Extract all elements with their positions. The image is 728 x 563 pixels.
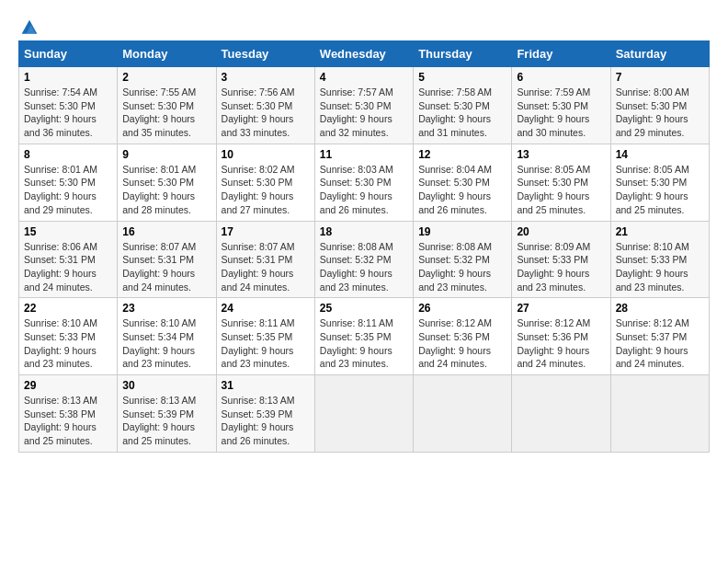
day-number: 18 (320, 225, 408, 238)
day-number: 1 (24, 71, 112, 84)
calendar-cell: 27Sunrise: 8:12 AMSunset: 5:36 PMDayligh… (512, 298, 610, 375)
day-of-week-friday: Friday (512, 41, 610, 67)
day-info: Sunrise: 7:55 AMSunset: 5:30 PMDaylight:… (122, 86, 210, 140)
day-of-week-thursday: Thursday (414, 41, 512, 67)
calendar-cell: 26Sunrise: 8:12 AMSunset: 5:36 PMDayligh… (414, 298, 512, 375)
calendar-cell: 28Sunrise: 8:12 AMSunset: 5:37 PMDayligh… (610, 298, 709, 375)
day-number: 7 (616, 71, 704, 84)
calendar-cell: 11Sunrise: 8:03 AMSunset: 5:30 PMDayligh… (314, 144, 413, 221)
day-number: 13 (517, 148, 605, 161)
calendar-cell: 19Sunrise: 8:08 AMSunset: 5:32 PMDayligh… (414, 221, 512, 298)
day-number: 31 (222, 379, 310, 392)
day-number: 14 (616, 148, 704, 161)
day-number: 9 (122, 148, 210, 161)
day-of-week-saturday: Saturday (610, 41, 709, 67)
day-info: Sunrise: 8:11 AMSunset: 5:35 PMDaylight:… (320, 316, 408, 371)
calendar-cell (414, 375, 512, 453)
day-info: Sunrise: 8:10 AMSunset: 5:34 PMDaylight:… (122, 316, 210, 371)
day-info: Sunrise: 8:04 AMSunset: 5:30 PMDaylight:… (418, 163, 506, 217)
day-number: 17 (222, 225, 310, 238)
day-number: 23 (122, 302, 210, 315)
day-of-week-tuesday: Tuesday (216, 41, 314, 67)
day-info: Sunrise: 8:02 AMSunset: 5:30 PMDaylight:… (222, 163, 310, 217)
day-number: 2 (122, 71, 210, 84)
calendar-cell: 23Sunrise: 8:10 AMSunset: 5:34 PMDayligh… (118, 298, 216, 375)
calendar-cell (314, 375, 413, 453)
day-info: Sunrise: 8:00 AMSunset: 5:30 PMDaylight:… (616, 86, 704, 140)
day-info: Sunrise: 8:05 AMSunset: 5:30 PMDaylight:… (517, 163, 605, 217)
day-number: 16 (122, 225, 210, 238)
day-number: 24 (222, 302, 310, 315)
day-info: Sunrise: 8:01 AMSunset: 5:30 PMDaylight:… (122, 163, 210, 217)
calendar-cell: 18Sunrise: 8:08 AMSunset: 5:32 PMDayligh… (314, 221, 413, 298)
calendar-cell: 14Sunrise: 8:05 AMSunset: 5:30 PMDayligh… (610, 144, 709, 221)
day-info: Sunrise: 8:09 AMSunset: 5:33 PMDaylight:… (517, 240, 605, 294)
calendar-cell: 12Sunrise: 8:04 AMSunset: 5:30 PMDayligh… (414, 144, 512, 221)
day-number: 11 (320, 148, 408, 161)
day-number: 3 (222, 71, 310, 84)
day-number: 4 (320, 71, 408, 84)
day-number: 15 (24, 225, 112, 238)
day-of-week-wednesday: Wednesday (314, 41, 413, 67)
day-info: Sunrise: 8:11 AMSunset: 5:35 PMDaylight:… (222, 316, 310, 371)
calendar-cell: 4Sunrise: 7:57 AMSunset: 5:30 PMDaylight… (314, 67, 413, 144)
day-info: Sunrise: 8:07 AMSunset: 5:31 PMDaylight:… (122, 240, 210, 294)
calendar-cell: 16Sunrise: 8:07 AMSunset: 5:31 PMDayligh… (118, 221, 216, 298)
calendar-cell: 24Sunrise: 8:11 AMSunset: 5:35 PMDayligh… (216, 298, 314, 375)
day-number: 20 (517, 225, 605, 238)
calendar-cell: 5Sunrise: 7:58 AMSunset: 5:30 PMDaylight… (414, 67, 512, 144)
day-info: Sunrise: 8:10 AMSunset: 5:33 PMDaylight:… (24, 316, 112, 371)
calendar-cell: 7Sunrise: 8:00 AMSunset: 5:30 PMDaylight… (610, 67, 709, 144)
calendar-cell (512, 375, 610, 453)
calendar-cell: 30Sunrise: 8:13 AMSunset: 5:39 PMDayligh… (118, 375, 216, 453)
calendar-cell: 20Sunrise: 8:09 AMSunset: 5:33 PMDayligh… (512, 221, 610, 298)
day-info: Sunrise: 7:54 AMSunset: 5:30 PMDaylight:… (24, 86, 112, 140)
day-number: 22 (24, 302, 112, 315)
day-number: 8 (24, 148, 112, 161)
day-number: 30 (122, 379, 210, 392)
calendar-cell (610, 375, 709, 453)
calendar-cell: 9Sunrise: 8:01 AMSunset: 5:30 PMDaylight… (118, 144, 216, 221)
day-number: 26 (418, 302, 506, 315)
calendar-cell: 3Sunrise: 7:56 AMSunset: 5:30 PMDaylight… (216, 67, 314, 144)
calendar-cell: 21Sunrise: 8:10 AMSunset: 5:33 PMDayligh… (610, 221, 709, 298)
calendar-cell: 25Sunrise: 8:11 AMSunset: 5:35 PMDayligh… (314, 298, 413, 375)
calendar-week-row: 8Sunrise: 8:01 AMSunset: 5:30 PMDaylight… (19, 144, 710, 221)
logo-icon (20, 18, 39, 37)
day-info: Sunrise: 8:13 AMSunset: 5:39 PMDaylight:… (222, 394, 310, 448)
day-number: 5 (418, 71, 506, 84)
day-info: Sunrise: 8:05 AMSunset: 5:30 PMDaylight:… (616, 163, 704, 217)
calendar-week-row: 29Sunrise: 8:13 AMSunset: 5:38 PMDayligh… (19, 375, 710, 453)
day-number: 19 (418, 225, 506, 238)
calendar-header-row: SundayMondayTuesdayWednesdayThursdayFrid… (19, 41, 710, 67)
day-of-week-monday: Monday (118, 41, 216, 67)
day-number: 27 (517, 302, 605, 315)
day-info: Sunrise: 7:58 AMSunset: 5:30 PMDaylight:… (418, 86, 506, 140)
day-info: Sunrise: 7:56 AMSunset: 5:30 PMDaylight:… (222, 86, 310, 140)
header (18, 18, 710, 31)
calendar-cell: 1Sunrise: 7:54 AMSunset: 5:30 PMDaylight… (19, 67, 118, 144)
day-info: Sunrise: 8:06 AMSunset: 5:31 PMDaylight:… (24, 240, 112, 294)
calendar-week-row: 1Sunrise: 7:54 AMSunset: 5:30 PMDaylight… (19, 67, 710, 144)
day-of-week-sunday: Sunday (19, 41, 118, 67)
calendar-cell: 6Sunrise: 7:59 AMSunset: 5:30 PMDaylight… (512, 67, 610, 144)
calendar-cell: 8Sunrise: 8:01 AMSunset: 5:30 PMDaylight… (19, 144, 118, 221)
day-info: Sunrise: 8:08 AMSunset: 5:32 PMDaylight:… (320, 240, 408, 294)
calendar-week-row: 15Sunrise: 8:06 AMSunset: 5:31 PMDayligh… (19, 221, 710, 298)
calendar-cell: 29Sunrise: 8:13 AMSunset: 5:38 PMDayligh… (19, 375, 118, 453)
calendar-cell: 17Sunrise: 8:07 AMSunset: 5:31 PMDayligh… (216, 221, 314, 298)
calendar-week-row: 22Sunrise: 8:10 AMSunset: 5:33 PMDayligh… (19, 298, 710, 375)
day-number: 28 (616, 302, 704, 315)
calendar-table: SundayMondayTuesdayWednesdayThursdayFrid… (18, 40, 710, 453)
day-info: Sunrise: 8:03 AMSunset: 5:30 PMDaylight:… (320, 163, 408, 217)
day-info: Sunrise: 8:08 AMSunset: 5:32 PMDaylight:… (418, 240, 506, 294)
calendar-cell: 31Sunrise: 8:13 AMSunset: 5:39 PMDayligh… (216, 375, 314, 453)
day-info: Sunrise: 8:07 AMSunset: 5:31 PMDaylight:… (222, 240, 310, 294)
day-number: 12 (418, 148, 506, 161)
calendar-cell: 15Sunrise: 8:06 AMSunset: 5:31 PMDayligh… (19, 221, 118, 298)
day-info: Sunrise: 8:10 AMSunset: 5:33 PMDaylight:… (616, 240, 704, 294)
calendar-cell: 13Sunrise: 8:05 AMSunset: 5:30 PMDayligh… (512, 144, 610, 221)
calendar-cell: 22Sunrise: 8:10 AMSunset: 5:33 PMDayligh… (19, 298, 118, 375)
day-info: Sunrise: 8:01 AMSunset: 5:30 PMDaylight:… (24, 163, 112, 217)
day-number: 21 (616, 225, 704, 238)
